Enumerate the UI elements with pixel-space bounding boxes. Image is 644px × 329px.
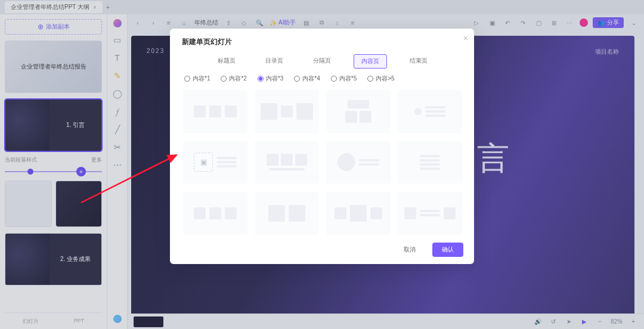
- radio-content-3[interactable]: 内容*3: [258, 75, 283, 83]
- template-option[interactable]: [398, 141, 462, 184]
- radio-content-2[interactable]: 内容*2: [221, 75, 246, 83]
- template-option[interactable]: [398, 192, 462, 235]
- template-option[interactable]: [183, 90, 247, 133]
- tab-divider-page[interactable]: 分隔页: [306, 54, 338, 69]
- template-option[interactable]: [326, 192, 391, 235]
- tab-content-page[interactable]: 内容页: [354, 54, 387, 69]
- template-option[interactable]: [255, 192, 319, 235]
- template-option[interactable]: [326, 90, 391, 133]
- tab-toc-page[interactable]: 目录页: [258, 54, 290, 69]
- new-slide-modal: × 新建单页幻灯片 标题页 目录页 分隔页 内容页 结束页 内容*1 内容*2 …: [170, 29, 474, 264]
- image-placeholder-icon: ▣: [194, 153, 213, 172]
- template-option[interactable]: [398, 90, 462, 133]
- tab-title-page[interactable]: 标题页: [210, 54, 243, 69]
- radio-content-1[interactable]: 内容*1: [184, 75, 210, 83]
- tab-end-page[interactable]: 结束页: [402, 54, 435, 69]
- page-type-tabs: 标题页 目录页 分隔页 内容页 结束页: [182, 54, 463, 69]
- close-icon[interactable]: ×: [463, 33, 468, 43]
- template-option[interactable]: [183, 192, 247, 235]
- app-shell: ⊕ 添加副本 企业管理者年终总结报告 1. 引言 当前段落样式 更多 +: [0, 14, 644, 329]
- template-grid: ▣: [182, 88, 463, 237]
- radio-content-more[interactable]: 内容>5: [367, 75, 394, 83]
- content-count-radios: 内容*1 内容*2 内容*3 内容*4 内容*5 内容>5: [182, 75, 463, 83]
- cancel-button[interactable]: 取消: [394, 243, 425, 257]
- modal-footer: 取消 确认: [182, 243, 463, 257]
- template-option[interactable]: [255, 90, 319, 133]
- template-option[interactable]: [255, 141, 319, 184]
- radio-content-5[interactable]: 内容*5: [331, 75, 357, 83]
- confirm-button[interactable]: 确认: [432, 243, 463, 257]
- modal-title: 新建单页幻灯片: [182, 37, 463, 47]
- modal-overlay: × 新建单页幻灯片 标题页 目录页 分隔页 内容页 结束页 内容*1 内容*2 …: [0, 0, 644, 329]
- template-option[interactable]: ▣: [183, 141, 247, 184]
- template-option[interactable]: [326, 141, 391, 184]
- radio-content-4[interactable]: 内容*4: [294, 75, 320, 83]
